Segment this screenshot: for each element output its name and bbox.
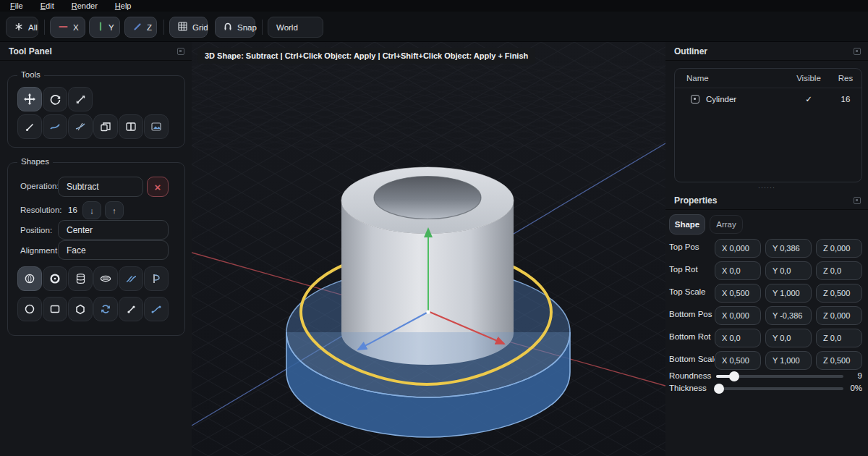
menu-file[interactable]: File xyxy=(10,1,23,10)
line-icon xyxy=(25,122,35,132)
bottom-scale-x-field[interactable]: X 0,500 xyxy=(715,351,761,370)
tool-panel: Tool Panel Tools xyxy=(0,42,192,456)
shapes-group-legend: Shapes xyxy=(17,157,53,166)
menu-render[interactable]: Render xyxy=(72,1,98,10)
object-name: Cylinder xyxy=(706,95,736,104)
resolution-increase-button[interactable]: ↑ xyxy=(105,201,124,219)
gizmo-origin-dot[interactable] xyxy=(426,310,430,313)
roundness-value: 9 xyxy=(841,371,862,380)
delete-shape-button[interactable]: × xyxy=(147,177,169,197)
mirror-icon xyxy=(126,122,136,131)
roundness-slider-thumb[interactable] xyxy=(729,371,739,381)
panel-splitter-handle[interactable]: ······ xyxy=(665,184,868,191)
menu-help[interactable]: Help xyxy=(115,1,132,10)
thickness-slider[interactable] xyxy=(716,387,843,390)
sphere-icon xyxy=(25,274,35,284)
arrow-down-icon: ↓ xyxy=(90,206,94,215)
scale-tool-button[interactable] xyxy=(68,87,93,111)
top-pos-x-field[interactable]: X 0,000 xyxy=(715,239,761,258)
tab-array[interactable]: Array xyxy=(710,215,743,234)
disc-shape-button[interactable] xyxy=(93,266,118,291)
bottom-scale-z-field[interactable]: Z 0,500 xyxy=(816,351,862,370)
array-tool-button[interactable] xyxy=(93,114,118,139)
top-scale-z-field[interactable]: Z 0,500 xyxy=(816,284,862,303)
mirror-tool-button[interactable] xyxy=(119,114,143,139)
top-scale-y-field[interactable]: Y 1,000 xyxy=(765,284,812,303)
alignment-select[interactable]: Face xyxy=(58,240,169,260)
object-icon xyxy=(691,95,699,104)
bottom-rot-y-field[interactable]: Y 0,0 xyxy=(765,329,812,347)
resolution-decrease-button[interactable]: ↓ xyxy=(82,201,101,219)
bottom-scale-y-field[interactable]: Y 1,000 xyxy=(765,351,812,370)
top-rot-y-field[interactable]: Y 0,0 xyxy=(765,261,812,280)
curves-shape-button[interactable] xyxy=(119,266,143,291)
top-pos-z-field[interactable]: Z 0,000 xyxy=(816,239,862,258)
bottom-rot-z-field[interactable]: Z 0,0 xyxy=(816,329,862,347)
asterisk-icon xyxy=(14,22,23,33)
position-select[interactable]: Center xyxy=(58,220,169,240)
bend-tool-button[interactable] xyxy=(68,114,93,139)
torus-shape-button[interactable] xyxy=(43,266,67,291)
circle-shape-button[interactable] xyxy=(17,297,42,321)
curve-icon xyxy=(50,123,60,130)
top-rot-x-field[interactable]: X 0,0 xyxy=(715,261,761,280)
array-box-icon xyxy=(101,122,111,132)
hexagon-icon xyxy=(75,304,85,315)
z-axis-icon xyxy=(133,22,142,33)
outliner-table-header: Name Visible Res xyxy=(675,69,861,88)
spline-shape-button[interactable] xyxy=(144,297,169,321)
outliner-table: Name Visible Res Cylinder ✓ 16 xyxy=(674,68,862,182)
curve-tool-button[interactable] xyxy=(43,114,67,139)
bottom-pos-y-field[interactable]: Y -0,386 xyxy=(765,306,812,325)
outliner-row-cylinder[interactable]: Cylinder ✓ 16 xyxy=(675,88,861,110)
popout-icon[interactable] xyxy=(854,197,861,204)
object-resolution: 16 xyxy=(830,95,861,104)
line-tool-button[interactable] xyxy=(17,114,42,139)
app-window: File Edit Render Help All X Y Z Grid xyxy=(0,0,868,456)
thickness-slider-row: Thickness 0% xyxy=(665,382,868,394)
viewport-3d[interactable]: 3D Shape: Subtract | Ctrl+Click Object: … xyxy=(192,42,665,456)
rotate-tool-button[interactable] xyxy=(43,87,67,111)
torus-icon xyxy=(50,274,60,284)
render-view-tool-button[interactable] xyxy=(144,114,169,139)
prop-row-top-rot: Top Rot X 0,0 Y 0,0 Z 0,0 xyxy=(665,259,868,282)
bottom-pos-x-field[interactable]: X 0,000 xyxy=(715,306,761,325)
world-space-dropdown[interactable]: World xyxy=(268,17,323,38)
grid-toggle[interactable]: Grid xyxy=(169,17,208,38)
viewport-hint: 3D Shape: Subtract | Ctrl+Click Object: … xyxy=(197,48,535,64)
prop-row-bottom-scale: Bottom Scale X 0,500 Y 1,000 Z 0,500 xyxy=(665,349,868,371)
top-rot-z-field[interactable]: Z 0,0 xyxy=(816,261,862,280)
axis-z-toggle[interactable]: Z xyxy=(124,17,157,38)
revolve-shape-button[interactable] xyxy=(93,297,118,321)
axis-y-toggle[interactable]: Y xyxy=(89,17,120,38)
outliner-header: Outliner xyxy=(665,42,868,61)
prop-row-top-scale: Top Scale X 0,500 Y 1,000 Z 0,500 xyxy=(665,282,868,304)
axis-x-toggle[interactable]: X xyxy=(50,17,85,38)
menu-edit[interactable]: Edit xyxy=(41,1,54,10)
alignment-label: Alignment: xyxy=(20,246,59,255)
hexagon-shape-button[interactable] xyxy=(68,297,93,321)
close-icon: × xyxy=(155,181,161,193)
show-all-button[interactable]: All xyxy=(6,17,38,38)
visible-checkmark[interactable]: ✓ xyxy=(788,94,830,104)
operation-select[interactable]: Subtract xyxy=(58,177,143,197)
square-shape-button[interactable] xyxy=(43,297,67,321)
segment-shape-button[interactable] xyxy=(119,297,143,321)
snap-toggle[interactable]: Snap xyxy=(215,17,255,38)
top-pos-y-field[interactable]: Y 0,386 xyxy=(765,239,812,258)
grid-icon xyxy=(178,22,187,33)
bottom-rot-x-field[interactable]: X 0,0 xyxy=(715,329,761,347)
popout-icon[interactable] xyxy=(177,48,184,55)
profile-curve-shape-button[interactable] xyxy=(144,266,169,291)
popout-icon[interactable] xyxy=(854,48,861,55)
cylinder-shape-button[interactable] xyxy=(68,266,93,291)
top-scale-x-field[interactable]: X 0,500 xyxy=(715,284,761,303)
tab-shape[interactable]: Shape xyxy=(669,214,705,235)
disc-icon xyxy=(100,275,111,282)
sphere-shape-button[interactable] xyxy=(17,266,42,291)
bottom-pos-z-field[interactable]: Z 0,000 xyxy=(816,306,862,325)
column-name: Name xyxy=(675,74,788,83)
move-tool-button[interactable] xyxy=(17,87,42,111)
thickness-slider-thumb[interactable] xyxy=(714,384,724,394)
roundness-slider[interactable] xyxy=(716,375,843,378)
